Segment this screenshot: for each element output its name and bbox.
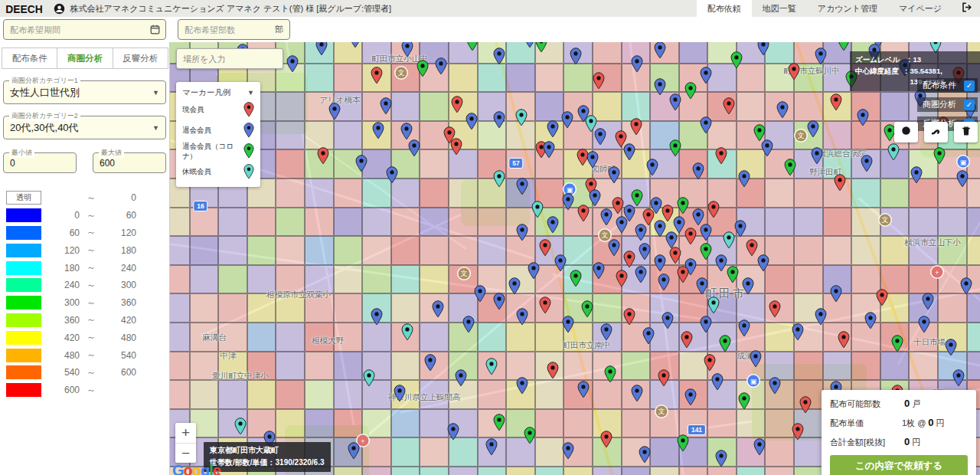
marker-withdrawn-member[interactable] [811, 147, 823, 165]
marker-withdrawn-member[interactable] [918, 316, 930, 333]
marker-current-member[interactable] [616, 270, 628, 287]
layer-toggle-1[interactable]: 商圏分析✓ [917, 97, 978, 112]
marker-withdrawn-member[interactable] [738, 319, 750, 337]
marker-withdrawn-member[interactable] [447, 423, 459, 441]
marker-withdrawn-member[interactable] [562, 193, 574, 211]
marker-dormant-member[interactable] [723, 231, 735, 249]
marker-dormant-member[interactable] [363, 369, 375, 387]
marker-dormant-member[interactable] [515, 109, 528, 126]
marker-withdrawn-member[interactable] [715, 450, 727, 467]
marker-withdrawn-member[interactable] [960, 277, 972, 295]
marker-dormant-member[interactable] [234, 418, 247, 435]
marker-withdrawn-member[interactable] [600, 323, 612, 341]
marker-withdrawn-member[interactable] [608, 166, 620, 184]
marker-withdrawn-member[interactable] [662, 312, 674, 329]
marker-withdrawn-member[interactable] [807, 120, 819, 138]
marker-withdrawn-covid[interactable] [677, 197, 689, 215]
marker-withdrawn-covid[interactable] [570, 270, 582, 287]
marker-withdrawn-covid[interactable] [466, 42, 479, 51]
marker-withdrawn-member[interactable] [562, 442, 574, 460]
marker-withdrawn-member[interactable] [561, 111, 573, 129]
nav-item-3[interactable]: マイページ [888, 0, 952, 17]
marker-current-member[interactable] [681, 331, 693, 349]
layer-toggle-0[interactable]: 配布条件✓ [917, 78, 978, 93]
marker-withdrawn-member[interactable] [700, 67, 712, 84]
delete-shapes-button[interactable] [954, 122, 978, 142]
marker-current-member[interactable] [658, 369, 670, 387]
marker-withdrawn-member[interactable] [554, 254, 567, 272]
marker-withdrawn-member[interactable] [715, 254, 727, 272]
marker-current-member[interactable] [539, 239, 551, 257]
marker-current-member[interactable] [669, 247, 681, 264]
marker-withdrawn-member[interactable] [394, 385, 406, 402]
logout-button[interactable] [952, 2, 980, 16]
marker-withdrawn-member[interactable] [700, 316, 712, 333]
marker-dormant-member[interactable] [485, 358, 498, 375]
marker-withdrawn-member[interactable] [700, 116, 712, 134]
marker-current-member[interactable] [715, 147, 727, 165]
marker-withdrawn-member[interactable] [910, 166, 923, 184]
marker-dormant-member[interactable] [707, 296, 720, 314]
marker-withdrawn-covid[interactable] [719, 335, 731, 352]
marker-withdrawn-member[interactable] [600, 208, 612, 226]
copies-input[interactable] [178, 25, 275, 34]
marker-current-member[interactable] [834, 174, 846, 192]
marker-withdrawn-member[interactable] [631, 385, 643, 402]
marker-withdrawn-member[interactable] [608, 239, 620, 257]
marker-withdrawn-member[interactable] [654, 220, 666, 238]
marker-withdrawn-member[interactable] [945, 339, 957, 356]
marker-withdrawn-member[interactable] [952, 369, 965, 387]
marker-withdrawn-member[interactable] [815, 48, 827, 65]
freehand-draw-tool-button[interactable] [924, 122, 948, 142]
marker-withdrawn-member[interactable] [654, 254, 666, 272]
marker-withdrawn-member[interactable] [516, 224, 528, 241]
marker-current-member[interactable] [707, 201, 720, 218]
marker-withdrawn-member[interactable] [348, 442, 360, 460]
marker-current-member[interactable] [547, 362, 559, 379]
marker-withdrawn-covid[interactable] [581, 300, 593, 318]
marker-current-member[interactable] [792, 423, 804, 441]
marker-withdrawn-member[interactable] [586, 151, 599, 169]
marker-withdrawn-member[interactable] [485, 438, 498, 456]
marker-current-member[interactable] [577, 205, 590, 222]
marker-withdrawn-member[interactable] [757, 254, 769, 272]
marker-withdrawn-member[interactable] [631, 55, 643, 73]
zoom-in-button[interactable]: + [175, 423, 196, 443]
marker-current-member[interactable] [746, 239, 758, 257]
marker-current-member[interactable] [623, 251, 635, 268]
zoom-out-button[interactable]: − [175, 443, 196, 463]
marker-current-member[interactable] [799, 396, 812, 414]
marker-withdrawn-member[interactable] [594, 128, 606, 146]
marker-current-member[interactable] [769, 300, 781, 318]
marker-withdrawn-member[interactable] [355, 155, 368, 172]
marker-withdrawn-member[interactable] [372, 122, 384, 139]
marker-withdrawn-member[interactable] [639, 446, 651, 464]
marker-withdrawn-member[interactable] [543, 141, 555, 159]
marker-dormant-member[interactable] [887, 143, 900, 161]
map-canvas[interactable]: 町田市立小山中アリオ橋本町田市立鶴川中野津田町横浜総合病院図師町町田市相模原市立… [170, 42, 980, 475]
marker-withdrawn-member[interactable] [922, 293, 934, 310]
marker-withdrawn-covid[interactable] [891, 335, 903, 352]
marker-withdrawn-member[interactable] [684, 388, 697, 406]
circle-draw-tool-button[interactable] [894, 122, 918, 142]
sidebar-tab-0[interactable]: 配布条件 [2, 48, 57, 69]
marker-withdrawn-member[interactable] [401, 42, 413, 57]
marker-current-member[interactable] [317, 147, 329, 165]
marker-withdrawn-member[interactable] [864, 312, 877, 329]
marker-current-member[interactable] [677, 266, 689, 283]
marker-dormant-member[interactable] [401, 323, 413, 341]
marker-current-member[interactable] [600, 431, 612, 448]
nav-item-2[interactable]: アカウント管理 [807, 0, 888, 17]
marker-current-member[interactable] [593, 72, 605, 90]
marker-withdrawn-member[interactable] [635, 224, 647, 241]
marker-current-member[interactable] [630, 118, 642, 136]
marker-withdrawn-covid[interactable] [604, 365, 616, 383]
marker-withdrawn-covid[interactable] [669, 139, 681, 157]
submit-request-button[interactable]: この内容で依頼する [830, 455, 968, 475]
marker-current-member[interactable] [704, 354, 716, 372]
marker-withdrawn-member[interactable] [738, 170, 750, 188]
marker-withdrawn-member[interactable] [570, 48, 582, 65]
marker-withdrawn-member[interactable] [750, 350, 762, 368]
marker-dormant-member[interactable] [493, 170, 505, 188]
place-search-input[interactable] [177, 49, 283, 68]
